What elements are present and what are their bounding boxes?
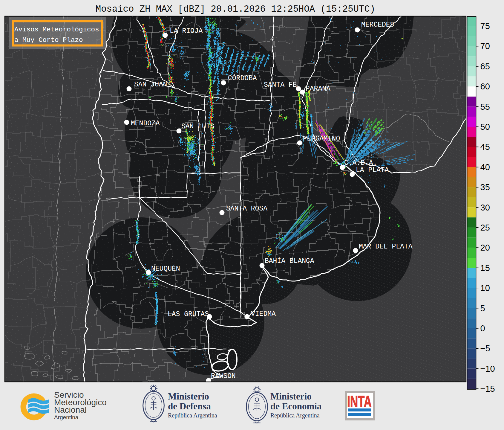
svg-text:Ministerio: Ministerio [168, 391, 209, 402]
svg-text:a Muy Corto Plazo: a Muy Corto Plazo [14, 36, 83, 44]
svg-text:República Argentina: República Argentina [270, 412, 320, 419]
svg-text:10: 10 [480, 283, 490, 293]
svg-text:LAS GRUTAS: LAS GRUTAS [168, 310, 209, 318]
svg-text:SAN JUAN: SAN JUAN [134, 81, 167, 89]
svg-text:30: 30 [480, 203, 490, 212]
svg-text:VIEDMA: VIEDMA [251, 310, 276, 318]
svg-text:de Defensa: de Defensa [168, 401, 211, 411]
svg-text:40: 40 [480, 162, 490, 172]
svg-text:LA PLATA: LA PLATA [356, 166, 389, 174]
svg-text:CÓRDOBA: CÓRDOBA [228, 74, 257, 82]
svg-text:35: 35 [480, 182, 490, 192]
svg-text:SAN LUIS: SAN LUIS [181, 123, 214, 130]
svg-text:LA RIOJA: LA RIOJA [170, 27, 203, 35]
svg-text:15: 15 [480, 263, 490, 273]
svg-text:SANTA FE: SANTA FE [264, 81, 297, 89]
svg-text:RAWSON: RAWSON [211, 372, 236, 380]
svg-text:de Economía: de Economía [270, 401, 322, 411]
svg-text:20: 20 [480, 243, 490, 252]
svg-text:NEUQUÉN: NEUQUÉN [151, 265, 180, 273]
svg-text:45: 45 [480, 142, 490, 152]
svg-text:SANTA ROSA: SANTA ROSA [226, 205, 267, 213]
svg-text:Nacional: Nacional [54, 405, 87, 414]
svg-text:Mosaico ZH MAX [dBZ] 20.01.202: Mosaico ZH MAX [dBZ] 20.01.2026 12:25HOA… [96, 4, 375, 14]
svg-text:BAHÍA BLANCA: BAHÍA BLANCA [265, 257, 314, 265]
svg-text:MENDOZA: MENDOZA [131, 120, 160, 127]
svg-text:Avisos Meteorológicos: Avisos Meteorológicos [14, 26, 99, 33]
svg-text:65: 65 [480, 62, 490, 71]
svg-text:PERGAMINO: PERGAMINO [303, 135, 340, 143]
svg-text:Ministerio: Ministerio [270, 391, 312, 402]
svg-text:Argentina: Argentina [54, 414, 79, 420]
svg-text:−15: −15 [480, 384, 495, 394]
svg-text:70: 70 [480, 41, 490, 51]
svg-text:25: 25 [480, 223, 490, 232]
svg-text:INTA: INTA [347, 393, 372, 410]
svg-text:50: 50 [480, 122, 490, 132]
svg-text:−5: −5 [480, 344, 490, 353]
svg-text:MAR DEL PLATA: MAR DEL PLATA [359, 243, 413, 251]
svg-text:PARANÁ: PARANÁ [306, 85, 330, 93]
svg-text:−10: −10 [480, 364, 495, 373]
svg-text:MERCEDES: MERCEDES [361, 21, 394, 29]
svg-text:75: 75 [480, 21, 490, 31]
svg-text:C.A.B.A.: C.A.B.A. [344, 159, 377, 167]
svg-text:55: 55 [480, 102, 490, 112]
svg-text:60: 60 [480, 82, 490, 91]
svg-text:República Argentina: República Argentina [168, 412, 217, 419]
svg-text:0: 0 [480, 324, 485, 333]
svg-text:5: 5 [480, 304, 485, 313]
